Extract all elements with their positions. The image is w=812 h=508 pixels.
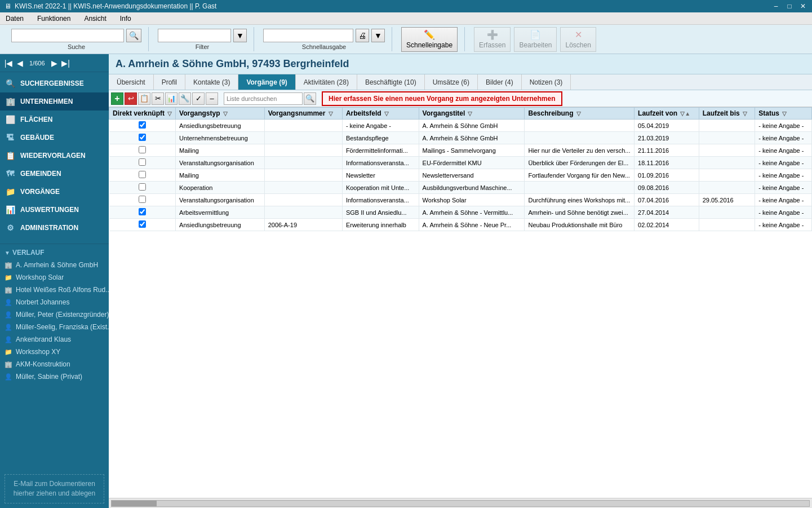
filter-vorgangstitel-icon[interactable]: ▽	[468, 111, 472, 117]
tab-kontakte[interactable]: Kontakte (3)	[185, 74, 238, 90]
verlauf-item-0[interactable]: 🏢 A. Amrhein & Söhne GmbH	[0, 259, 109, 271]
folder-icon: 📁	[5, 187, 16, 196]
nav-next[interactable]: ▶	[50, 59, 60, 68]
sidebar-item-suchergebnisse[interactable]: 🔍 SUCHERGEBNISSE	[0, 74, 109, 92]
search-input[interactable]	[11, 29, 124, 42]
horizontal-scrollbar[interactable]	[109, 498, 812, 508]
table-row[interactable]: Ansiedlungsbetreuung- keine Angabe -A. A…	[109, 120, 812, 132]
verlauf-item-7[interactable]: 📁 Worksshop XY	[0, 346, 109, 358]
menu-info[interactable]: Info	[117, 14, 135, 24]
checkbox-direkt-0[interactable]	[139, 121, 146, 129]
checkbox-direkt-7[interactable]	[139, 208, 146, 215]
verlauf-icon-0: 🏢	[5, 262, 12, 269]
verlauf-item-8[interactable]: 🏢 AKM-Konstruktion	[0, 358, 109, 370]
checkbox-direkt-5[interactable]	[139, 183, 146, 191]
sub-btn-5[interactable]: 📊	[165, 92, 178, 105]
verlauf-item-2[interactable]: 🏢 Hotel Weißes Roß Alfons Rud...	[0, 284, 109, 296]
sub-btn-4[interactable]: ✂	[152, 92, 164, 105]
nav-prev[interactable]: ◀	[15, 59, 25, 68]
delete-vorgang-button[interactable]: ↩	[125, 92, 137, 105]
table-row[interactable]: VeranstaltungsorganisationInformationsve…	[109, 157, 812, 169]
tab-bilder[interactable]: Bilder (4)	[478, 74, 522, 90]
list-search-input[interactable]	[224, 92, 303, 105]
table-row[interactable]: MailingFördermittelinformati...Mailings …	[109, 144, 812, 157]
table-row[interactable]: MailingNewsletterNewsletterversandFortla…	[109, 169, 812, 182]
verlauf-item-5[interactable]: 👤 Müller-Seelig, Franziska (Exist...	[0, 321, 109, 333]
tab-notizen[interactable]: Notizen (3)	[522, 74, 571, 90]
filter-direkt-icon[interactable]: ▽	[167, 111, 172, 117]
scroll-track[interactable]	[111, 500, 810, 507]
filter-laufzeit-bis-icon[interactable]: ▽	[743, 111, 747, 117]
filter-laufzeit-von-icon[interactable]: ▽▲	[680, 111, 690, 117]
table-row[interactable]: Ansiedlungsbetreuung2006-A-19Erweiterung…	[109, 219, 812, 231]
table-row[interactable]: KooperationKooperation mit Unte...Ausbil…	[109, 182, 812, 194]
cell-vorgangsnummer-1	[264, 132, 342, 144]
tab-umsaetze[interactable]: Umsätze (6)	[425, 74, 478, 90]
checkbox-direkt-1[interactable]	[139, 134, 146, 141]
checkbox-direkt-6[interactable]	[139, 196, 146, 203]
bearbeiten-button[interactable]: 📄 Bearbeiten	[514, 27, 557, 52]
sub-btn-7[interactable]: ✓	[192, 92, 205, 105]
cell-vorgangstyp-6: Veranstaltungsorganisation	[176, 194, 265, 206]
schnellausgabe-input[interactable]	[263, 29, 353, 42]
filter-icon-button[interactable]: ▼	[233, 29, 247, 42]
checkbox-direkt-2[interactable]	[139, 146, 146, 153]
loeschen-button[interactable]: ✕ Löschen	[560, 27, 596, 52]
menu-ansicht[interactable]: Ansicht	[81, 14, 109, 24]
tab-profil[interactable]: Profil	[154, 74, 185, 90]
table-body: Ansiedlungsbetreuung- keine Angabe -A. A…	[109, 120, 812, 231]
filter-input[interactable]	[158, 29, 231, 42]
sidebar-item-gebaeude[interactable]: 🏗 GEBÄUDE	[0, 129, 109, 147]
nav-first[interactable]: |◀	[3, 59, 14, 68]
list-search-button[interactable]: 🔍	[304, 92, 316, 105]
menu-daten[interactable]: Daten	[2, 14, 27, 24]
menu-funktionen[interactable]: Funktionen	[34, 14, 74, 24]
filter-arbeitsfeld-icon[interactable]: ▽	[384, 111, 389, 117]
nav-last[interactable]: ▶|	[61, 59, 71, 68]
filter-beschreibung-icon[interactable]: ▽	[576, 111, 581, 117]
tab-beschaeftigte[interactable]: Beschäftigte (10)	[357, 74, 425, 90]
search-button[interactable]: 🔍	[126, 29, 141, 42]
table-row[interactable]: ArbeitsvermittlungSGB II und Ansiedlu...…	[109, 206, 812, 219]
sub-btn-8[interactable]: –	[206, 92, 218, 105]
checkbox-direkt-8[interactable]	[139, 220, 146, 228]
sidebar-item-gemeinden[interactable]: 🗺 GEMEINDEN	[0, 165, 109, 183]
sub-btn-3[interactable]: 📋	[138, 92, 150, 105]
verlauf-item-1[interactable]: 📁 Workshop Solar	[0, 271, 109, 284]
schnelleingabe-button[interactable]: ✏️ Schnelleingabe	[401, 27, 458, 52]
sidebar-item-flaechen[interactable]: ⬜ FLÄCHEN	[0, 111, 109, 129]
maximize-button[interactable]: □	[785, 2, 794, 10]
minimize-button[interactable]: –	[771, 2, 780, 10]
table-row[interactable]: UnternehmensbetreuungBestandspflegeA. Am…	[109, 132, 812, 144]
erfassen-button[interactable]: ➕ Erfassen	[474, 27, 511, 52]
table-row[interactable]: VeranstaltungsorganisationInformationsve…	[109, 194, 812, 206]
add-vorgang-button[interactable]: +	[111, 92, 123, 105]
scroll-thumb[interactable]	[112, 501, 157, 506]
verlauf-item-9[interactable]: 👤 Müller, Sabine (Privat)	[0, 370, 109, 383]
cell-vorgangstitel-4: Newsletterversand	[419, 169, 525, 182]
data-table-wrapper[interactable]: Direkt verknüpft ▽ Vorgangstyp ▽ Vorgang…	[109, 107, 812, 498]
filter-vorgangstyp-icon[interactable]: ▽	[223, 111, 228, 117]
checkbox-direkt-4[interactable]	[139, 171, 146, 178]
sidebar-item-wiedervorlagen[interactable]: 📋 WIEDERVORLAGEN	[0, 147, 109, 165]
tab-aktivitaeten[interactable]: Aktivitäten (28)	[296, 74, 357, 90]
checkbox-direkt-3[interactable]	[139, 158, 146, 166]
col-status-label: Status	[758, 109, 779, 117]
filter-vorgangsnummer-icon[interactable]: ▽	[329, 111, 333, 117]
window-controls: – □ ✕	[771, 2, 807, 10]
verlauf-item-6[interactable]: 👤 Ankenbrand Klaus	[0, 333, 109, 346]
close-button[interactable]: ✕	[798, 2, 807, 10]
sidebar-item-unternehmen[interactable]: 🏢 UNTERNEHMEN	[0, 92, 109, 111]
verlauf-item-3[interactable]: 👤 Norbert Johannes	[0, 296, 109, 308]
tab-vorgaenge[interactable]: Vorgänge (9)	[238, 74, 295, 90]
schnellausgabe-dropdown[interactable]: ▼	[371, 29, 385, 42]
sidebar-item-vorgaenge[interactable]: 📁 VORGÄNGE	[0, 183, 109, 201]
sidebar-item-auswertungen[interactable]: 📊 AUSWERTUNGEN	[0, 201, 109, 219]
sub-btn-6[interactable]: 🔧	[179, 92, 191, 105]
filter-status-icon[interactable]: ▽	[782, 111, 787, 117]
sidebar-item-administration[interactable]: ⚙ ADMINISTRATION	[0, 219, 109, 237]
tab-uebersicht[interactable]: Übersicht	[109, 74, 154, 90]
verlauf-text-9: Müller, Sabine (Privat)	[16, 373, 82, 381]
verlauf-item-4[interactable]: 👤 Müller, Peter (Existenzgründer)	[0, 308, 109, 321]
printer-button[interactable]: 🖨	[356, 29, 369, 42]
